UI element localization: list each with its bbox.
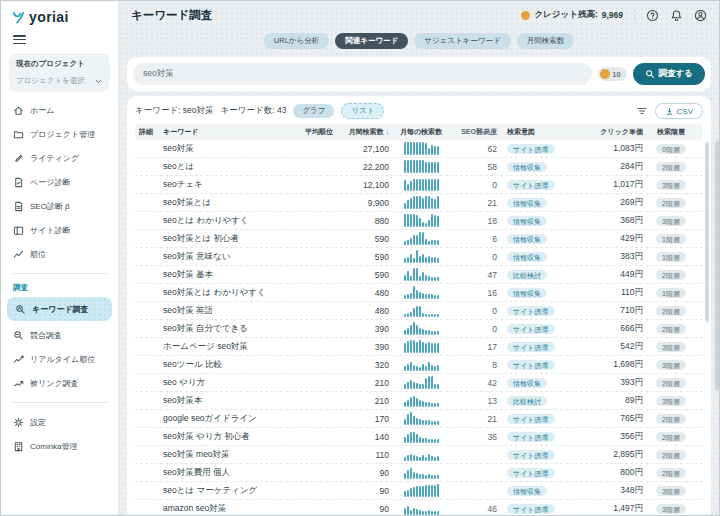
filter-icon[interactable] xyxy=(636,105,648,117)
col-volume[interactable]: 月間検索数↓ xyxy=(333,127,389,137)
results-card: キーワード: seo対策 キーワード数: 43 グラフ リスト CSV 詳細 キ… xyxy=(127,96,711,516)
intent-cell: 比較検討 xyxy=(497,269,569,280)
table-row[interactable]: seo対策とは9,90021情報収集269円2階層 xyxy=(135,194,703,212)
cpc-cell: 542円 xyxy=(569,341,643,353)
sidebar-item[interactable]: SEO診断 β xyxy=(1,194,118,218)
spark-bar xyxy=(422,313,424,317)
window-scrollbar[interactable] xyxy=(715,141,719,391)
spark-bar xyxy=(437,511,439,515)
intent-cell: サイト誘導 xyxy=(497,323,569,334)
keyword-cell: google seoガイドライン xyxy=(163,413,283,425)
sidebar-item[interactable]: 順位 xyxy=(1,242,118,266)
tab-3[interactable]: 月間検索数 xyxy=(517,33,575,49)
table-row[interactable]: seo対策とは 初心者5906情報収集429円1階層 xyxy=(135,230,703,248)
sidebar-item[interactable]: 被リンク調査 xyxy=(1,371,118,395)
spark-bar xyxy=(425,511,427,515)
layer-cell: 0階層 xyxy=(643,143,699,154)
difficulty-cell: 13 xyxy=(453,396,497,406)
spark-bar xyxy=(422,511,424,515)
bell-icon[interactable] xyxy=(670,9,683,22)
sidebar-item[interactable]: ホーム xyxy=(1,98,118,122)
search-button[interactable]: 調査する xyxy=(633,63,705,85)
cpc-cell: 284円 xyxy=(569,161,643,173)
table-row[interactable]: seo対策 自分でできる3900サイト誘導666円2階層 xyxy=(135,320,703,338)
help-icon[interactable] xyxy=(646,9,659,22)
intent-cell: サイト誘導 xyxy=(497,179,569,190)
spark-bar xyxy=(425,343,427,353)
col-avg-rank: 平均順位 xyxy=(283,127,333,137)
table-row[interactable]: seoとは22,20058情報収集284円2階層 xyxy=(135,158,703,176)
account-icon[interactable] xyxy=(694,9,707,22)
spark-bar xyxy=(437,421,439,425)
spark-bar xyxy=(419,256,421,264)
table-row[interactable]: seo対策 意味ない5900情報収集383円1階層 xyxy=(135,248,703,266)
view-toggle-list[interactable]: リスト xyxy=(341,103,384,119)
sidebar-item[interactable]: プロジェクト管理 xyxy=(1,122,118,146)
spark-bar xyxy=(416,306,418,317)
table-row[interactable]: ホームページ seo対策39017サイト誘導542円3階層 xyxy=(135,338,703,356)
keyword-search-input[interactable] xyxy=(133,63,592,85)
table-row[interactable]: seoツール 比較3208サイト誘導1,698円3階層 xyxy=(135,356,703,374)
spark-bar xyxy=(425,239,427,245)
col-intent: 検索意図 xyxy=(497,127,569,137)
sidebar-item[interactable]: 設定 xyxy=(1,410,118,434)
table-row[interactable]: seo対策費用 個人90サイト誘導800円2階層 xyxy=(135,464,703,482)
sidebar-item[interactable]: Cominka管理 xyxy=(1,434,118,458)
project-select[interactable]: プロジェクトを選択 xyxy=(16,76,103,86)
sidebar-item[interactable]: リアルタイム順位 xyxy=(1,347,118,371)
tab-0[interactable]: URLから分析 xyxy=(264,33,329,49)
sidebar-item-label: SEO診断 β xyxy=(30,201,70,212)
download-icon xyxy=(665,107,674,116)
table-row[interactable]: seo対策 基本59047比較検討449円2階層 xyxy=(135,266,703,284)
spark-bar xyxy=(416,418,418,426)
spark-bar xyxy=(434,277,436,281)
layer-cell: 3階層 xyxy=(643,341,699,352)
spark-bar xyxy=(434,384,436,389)
tab-1[interactable]: 関連キーワード xyxy=(335,33,408,49)
difficulty-cell: 58 xyxy=(453,162,497,172)
table-row[interactable]: seo対策 meo対策110サイト誘導2,895円2階層 xyxy=(135,446,703,464)
sidebar-item[interactable]: キーワード調査 xyxy=(7,297,112,321)
spark-bar xyxy=(422,438,424,443)
table-row[interactable]: seo対策 やり方 初心者14036サイト誘導356円2階層 xyxy=(135,428,703,446)
sidebar-item-label: 順位 xyxy=(30,249,46,260)
spark-bar xyxy=(407,240,409,245)
table-row[interactable]: seo対策27,10062サイト誘導1,083円0階層 xyxy=(135,140,703,158)
sidebar-divider xyxy=(11,273,108,274)
sidebar-item[interactable]: ライティング xyxy=(1,146,118,170)
table-row[interactable]: google seoガイドライン17021サイト誘導765円2階層 xyxy=(135,410,703,428)
difficulty-cell: 6 xyxy=(453,234,497,244)
sidebar-item[interactable]: 競合調査 xyxy=(1,323,118,347)
cpc-cell: 356円 xyxy=(569,431,643,443)
table-row[interactable]: seoとは わかりやすく88018情報収集368円3階層 xyxy=(135,212,703,230)
spark-bar xyxy=(404,203,406,209)
spark-bar xyxy=(407,160,409,173)
spark-bar xyxy=(419,384,421,389)
table-scrollbar[interactable] xyxy=(705,142,709,322)
sidebar-item-label: ライティング xyxy=(30,153,79,164)
spark-bar xyxy=(404,241,406,245)
sidebar-item[interactable]: サイト診断 xyxy=(1,218,118,242)
spark-bar xyxy=(431,179,433,191)
table-row[interactable]: seo やり方21042情報収集393円2階層 xyxy=(135,374,703,392)
table-row[interactable]: amazon seo対策9046サイト誘導1,497円3階層 xyxy=(135,500,703,516)
table-row[interactable]: seoとは マーケティング90情報収集348円3階層 xyxy=(135,482,703,500)
spark-bar xyxy=(428,196,430,209)
spark-bar xyxy=(407,470,409,479)
spark-bar xyxy=(410,380,412,389)
sidebar-item[interactable]: ページ診断 xyxy=(1,170,118,194)
brand-logo[interactable]: yoriai xyxy=(1,1,118,25)
hamburger-menu-icon[interactable] xyxy=(13,35,26,44)
layer-badge: 2階層 xyxy=(656,306,686,316)
tab-2[interactable]: サジェストキーワード xyxy=(414,33,510,49)
view-toggle-graph[interactable]: グラフ xyxy=(293,104,334,118)
intent-cell: 情報収集 xyxy=(497,377,569,388)
table-row[interactable]: seoチェキ12,1000サイト誘導1,017円3階層 xyxy=(135,176,703,194)
table-row[interactable]: seo対策本21013比較検討89円3階層 xyxy=(135,392,703,410)
spark-bar xyxy=(437,277,439,281)
table-row[interactable]: seo対策 英語4800サイト誘導710円2階層 xyxy=(135,302,703,320)
layer-cell: 2階層 xyxy=(643,269,699,280)
table-row[interactable]: seo対策とは わかりやすく48016情報収集110円1階層 xyxy=(135,284,703,302)
csv-download-button[interactable]: CSV xyxy=(655,103,703,119)
spark-bar xyxy=(404,491,406,497)
